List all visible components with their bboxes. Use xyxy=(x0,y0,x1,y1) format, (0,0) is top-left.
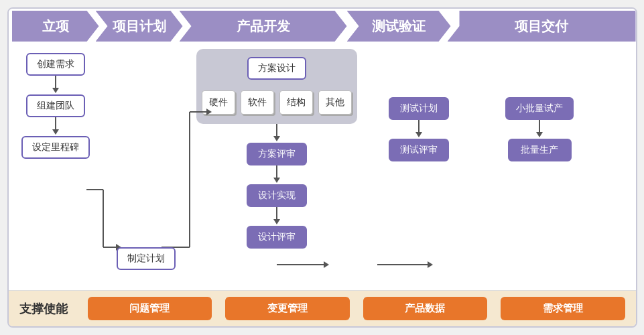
tab-test: 测试验证 xyxy=(347,11,451,42)
deliver-column: 小批量试产 批量生产 xyxy=(474,44,605,290)
node-label-design-title: 方案设计 xyxy=(258,62,296,73)
node-label-design-eval: 设计评审 xyxy=(258,231,296,242)
connector-v2 xyxy=(55,117,56,129)
arrowhead-test1 xyxy=(415,132,422,137)
footer-label: 支撑使能 xyxy=(19,301,68,317)
card-label-other: 其他 xyxy=(326,96,344,107)
node-label-make-plan: 制定计划 xyxy=(127,253,165,263)
tab-label-product: 产品开发 xyxy=(237,17,290,36)
node-test-review: 测试评审 xyxy=(389,139,449,161)
node-label-design-impl: 设计实现 xyxy=(258,190,296,200)
node-label-build-team: 组建团队 xyxy=(37,100,74,111)
footer-row: 支撑使能 问题管理 变更管理 产品数据 需求管理 xyxy=(9,290,636,326)
tab-label-test: 测试验证 xyxy=(372,17,426,36)
product-column: 方案设计 硬件 软件 结构 其他 xyxy=(190,44,364,290)
node-design-impl: 设计实现 xyxy=(247,184,307,207)
node-test-plan: 测试计划 xyxy=(389,97,449,120)
plan-column: 制定计划 xyxy=(103,44,190,290)
node-mass-produce: 批量生产 xyxy=(508,139,572,161)
node-small-batch: 小批量试产 xyxy=(505,97,574,120)
connector-impl-eval xyxy=(276,207,277,219)
node-label-create-req: 创建需求 xyxy=(37,58,74,69)
card-label-software: 软件 xyxy=(248,96,267,107)
header-row: 立项 项目计划 产品开发 测试验证 项目交付 xyxy=(9,9,636,44)
node-design-eval: 设计评审 xyxy=(247,226,307,249)
lixiang-column: 创建需求 组建团队 设定里程碑 xyxy=(9,44,103,290)
footer-tag-chanpin: 产品数据 xyxy=(363,297,488,320)
node-label-plan-review: 方案评审 xyxy=(258,148,296,159)
card-hardware: 硬件 xyxy=(202,90,235,115)
arrowhead-1 xyxy=(52,88,59,93)
node-create-req: 创建需求 xyxy=(26,53,85,76)
connector-deliver-v1 xyxy=(539,120,540,132)
tab-label-plan: 项目计划 xyxy=(113,17,166,36)
node-design-title: 方案设计 xyxy=(247,57,306,80)
tab-plan: 项目计划 xyxy=(96,11,183,42)
arrowhead-2 xyxy=(52,129,59,135)
header-cell-test: 测试验证 xyxy=(344,9,454,44)
main-container: 立项 项目计划 产品开发 测试验证 项目交付 创建 xyxy=(7,7,637,328)
node-make-plan: 制定计划 xyxy=(117,247,176,270)
header-cell-deliver: 项目交付 xyxy=(448,9,636,44)
node-label-mass-produce: 批量生产 xyxy=(521,144,558,155)
tab-label-deliver: 项目交付 xyxy=(515,17,568,36)
arrowhead-plan xyxy=(273,178,280,183)
node-label-test-plan: 测试计划 xyxy=(400,103,438,113)
arrowhead-deliver1 xyxy=(536,132,543,137)
card-label-structure: 结构 xyxy=(287,96,306,107)
card-structure: 结构 xyxy=(279,90,313,115)
header-cell-plan: 项目计划 xyxy=(96,9,183,44)
card-other: 其他 xyxy=(318,90,352,115)
card-software: 软件 xyxy=(241,90,274,115)
connector-test-v1 xyxy=(418,120,420,132)
arrowhead-impl xyxy=(273,219,280,224)
node-build-team: 组建团队 xyxy=(26,94,85,117)
footer-tag-biangeng: 变更管理 xyxy=(225,297,350,320)
connector-v1 xyxy=(55,76,56,88)
arrowhead-design xyxy=(273,136,280,141)
tab-deliver: 项目交付 xyxy=(448,11,636,42)
content-area: 创建需求 组建团队 设定里程碑 制定计划 方案设计 xyxy=(9,44,636,290)
test-column: 测试计划 测试评审 xyxy=(364,44,474,290)
product-design-area: 方案设计 硬件 软件 结构 其他 xyxy=(196,49,357,124)
footer-tag-xuqiu: 需求管理 xyxy=(501,297,625,320)
card-label-hardware: 硬件 xyxy=(209,96,228,107)
header-cell-lixiang: 立项 xyxy=(9,9,103,44)
connector-plan-impl xyxy=(276,165,277,178)
tab-product: 产品开发 xyxy=(180,11,347,42)
design-cards-row: 硬件 软件 结构 其他 xyxy=(202,90,352,115)
connector-design-review xyxy=(276,124,277,136)
node-plan-review: 方案评审 xyxy=(247,143,307,165)
node-label-milestone: 设定里程碑 xyxy=(32,141,79,152)
tab-lixiang: 立项 xyxy=(12,11,99,42)
footer-tag-wenti: 问题管理 xyxy=(88,297,212,320)
node-label-small-batch: 小批量试产 xyxy=(516,103,563,113)
node-label-test-review: 测试评审 xyxy=(400,144,438,155)
tab-label-lixiang: 立项 xyxy=(42,17,69,36)
header-cell-product: 产品开发 xyxy=(176,9,350,44)
node-milestone: 设定里程碑 xyxy=(21,136,90,159)
